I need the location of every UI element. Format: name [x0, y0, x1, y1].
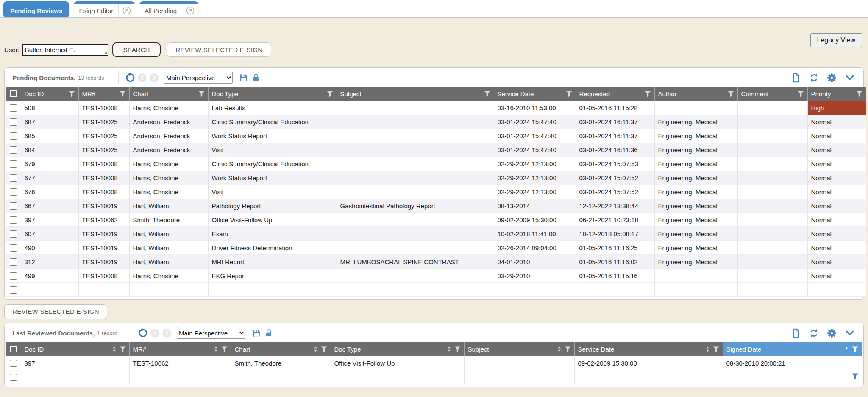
filter-icon[interactable] — [120, 346, 126, 352]
filter-icon[interactable] — [566, 91, 572, 97]
row-checkbox[interactable] — [10, 160, 17, 168]
filter-icon[interactable] — [852, 373, 858, 380]
doc-id-link[interactable]: 677 — [25, 174, 35, 182]
doc-id-link[interactable]: 312 — [25, 258, 35, 266]
review-selected-esign-button-bottom[interactable]: REVIEW SELECTED E-SIGN — [4, 304, 107, 319]
review-selected-esign-button-top[interactable]: REVIEW SELECTED E-SIGN — [167, 42, 271, 57]
row-checkbox[interactable] — [10, 216, 17, 224]
row-checkbox[interactable] — [10, 374, 17, 381]
column-header-doc-type[interactable]: Doc Type — [331, 342, 464, 356]
row-checkbox[interactable] — [10, 174, 17, 182]
tab-pending-reviews[interactable]: Pending Reviews — [3, 1, 69, 17]
row-checkbox[interactable] — [10, 202, 17, 210]
column-header-comment[interactable]: Comment — [737, 87, 807, 101]
doc-id-link[interactable]: 684 — [25, 146, 35, 154]
search-button[interactable]: SEARCH — [112, 42, 161, 57]
collapse-chevron-icon[interactable] — [845, 73, 855, 83]
chart-link[interactable]: Hart, William — [133, 202, 169, 210]
new-document-icon[interactable] — [791, 328, 801, 338]
chart-link[interactable]: Anderson, Frederick — [133, 132, 190, 140]
chart-link[interactable]: Smith, Theodore — [133, 216, 180, 224]
chart-link[interactable]: Hart, William — [133, 258, 169, 266]
refresh-icon[interactable] — [809, 73, 819, 83]
filter-icon[interactable] — [120, 91, 126, 97]
filter-icon[interactable] — [327, 91, 333, 97]
filter-icon[interactable] — [728, 91, 734, 97]
sort-icon[interactable] — [213, 346, 219, 352]
column-header-doc-type[interactable]: Doc Type — [208, 87, 337, 101]
select-all-checkbox[interactable] — [10, 90, 17, 97]
filter-icon[interactable] — [198, 91, 205, 97]
chart-link[interactable]: Anderson, Frederick — [133, 118, 190, 126]
column-header-chart[interactable]: Chart — [231, 342, 331, 356]
chart-link[interactable]: Hart, William — [133, 230, 169, 238]
column-header-mr[interactable]: MR# — [129, 342, 231, 356]
lock-icon[interactable] — [251, 73, 261, 82]
doc-id-link[interactable]: 490 — [25, 244, 35, 252]
row-checkbox[interactable] — [10, 286, 17, 294]
tab-esign-editor[interactable]: Esign Editor — [74, 1, 135, 17]
lock-icon[interactable] — [264, 328, 273, 338]
doc-id-link[interactable]: 397 — [25, 216, 35, 224]
chart-link[interactable]: Smith, Theodore — [235, 360, 282, 367]
filter-icon[interactable] — [321, 346, 327, 352]
filter-icon[interactable] — [565, 346, 571, 352]
save-perspective-icon[interactable] — [239, 73, 248, 83]
doc-id-link[interactable]: 685 — [25, 132, 35, 140]
new-document-icon[interactable] — [791, 73, 801, 83]
filter-icon[interactable] — [645, 91, 651, 97]
row-checkbox[interactable] — [10, 258, 17, 266]
nav-back-icon[interactable] — [150, 329, 159, 338]
row-checkbox[interactable] — [10, 188, 17, 196]
row-checkbox[interactable] — [10, 230, 17, 238]
column-header-signed-date[interactable]: Signed Date — [723, 342, 862, 356]
chart-link[interactable]: Harris, Christine — [133, 272, 179, 280]
filter-icon[interactable] — [798, 91, 804, 97]
select-all-checkbox[interactable] — [10, 346, 17, 352]
refresh-icon[interactable] — [809, 328, 819, 338]
row-checkbox[interactable] — [10, 272, 17, 280]
filter-icon[interactable] — [69, 91, 75, 97]
column-header-priority[interactable]: Priority — [807, 87, 866, 101]
perspective-select[interactable]: Main Perspective — [164, 72, 233, 84]
column-header-mr[interactable]: MR# — [78, 87, 129, 101]
row-checkbox[interactable] — [10, 132, 17, 140]
filter-icon[interactable] — [221, 346, 228, 352]
settings-gear-icon[interactable] — [827, 73, 837, 83]
filter-icon[interactable] — [454, 346, 461, 352]
doc-id-link[interactable]: 607 — [25, 230, 35, 238]
filter-icon[interactable] — [713, 346, 719, 352]
column-header-doc-id[interactable]: Doc ID — [21, 342, 129, 356]
column-header-author[interactable]: Author — [654, 87, 737, 101]
sort-icon[interactable] — [705, 346, 710, 352]
row-checkbox[interactable] — [10, 118, 17, 126]
doc-id-link[interactable]: 679 — [25, 160, 35, 168]
chart-link[interactable]: Harris, Christine — [133, 160, 179, 168]
doc-id-link[interactable]: 667 — [25, 202, 35, 210]
column-header-doc-id[interactable]: Doc ID — [21, 87, 78, 101]
nav-forward-icon[interactable] — [162, 329, 171, 338]
filter-icon[interactable] — [856, 91, 862, 97]
collapse-chevron-icon[interactable] — [845, 328, 855, 338]
column-header-subject[interactable]: Subject — [337, 87, 494, 101]
tab-all-pending[interactable]: All Pending — [139, 1, 198, 17]
external-link-icon[interactable] — [182, 4, 198, 17]
column-header-subject[interactable]: Subject — [464, 342, 574, 356]
chart-link[interactable]: Anderson, Frederick — [133, 146, 190, 154]
settings-gear-icon[interactable] — [827, 328, 837, 338]
perspective-select[interactable]: Main Perspective — [177, 327, 245, 339]
doc-id-link[interactable]: 397 — [25, 360, 35, 367]
undo-icon[interactable] — [125, 73, 135, 83]
row-checkbox[interactable] — [10, 244, 17, 252]
chart-link[interactable]: Harris, Christine — [133, 104, 179, 112]
nav-back-icon[interactable] — [138, 73, 147, 82]
filter-icon[interactable] — [484, 91, 490, 97]
doc-id-link[interactable]: 499 — [25, 272, 35, 280]
undo-icon[interactable] — [137, 328, 147, 338]
filter-icon[interactable] — [852, 346, 858, 352]
resize-grip-icon[interactable] — [104, 51, 107, 54]
sort-icon[interactable] — [556, 346, 562, 352]
chart-link[interactable]: Hart, William — [133, 244, 169, 252]
doc-id-link[interactable]: 508 — [25, 104, 35, 112]
sort-icon[interactable] — [313, 346, 318, 352]
